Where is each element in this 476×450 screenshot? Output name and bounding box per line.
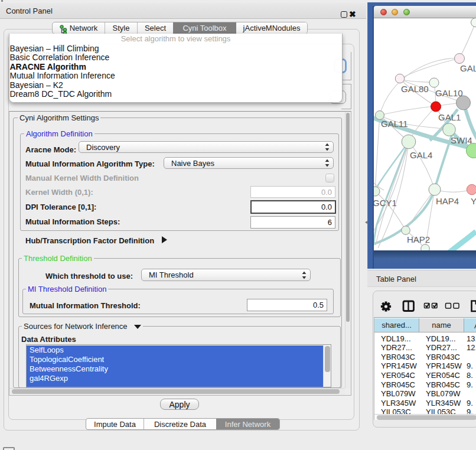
svg-text:HAP4: HAP4: [436, 196, 459, 206]
svg-text:Y: Y: [471, 196, 476, 206]
svg-text:SWI4: SWI4: [451, 135, 472, 145]
svg-text:GAL1: GAL1: [438, 112, 461, 122]
svg-text:GCY1: GCY1: [374, 198, 397, 208]
svg-text:GAL80: GAL80: [401, 84, 429, 94]
svg-text:GAL11: GAL11: [381, 119, 408, 129]
svg-text:GAL7: GAL7: [460, 63, 476, 73]
svg-text:GAL4: GAL4: [410, 150, 432, 160]
svg-text:HAP2: HAP2: [407, 234, 430, 244]
svg-text:GAL10: GAL10: [435, 88, 463, 98]
